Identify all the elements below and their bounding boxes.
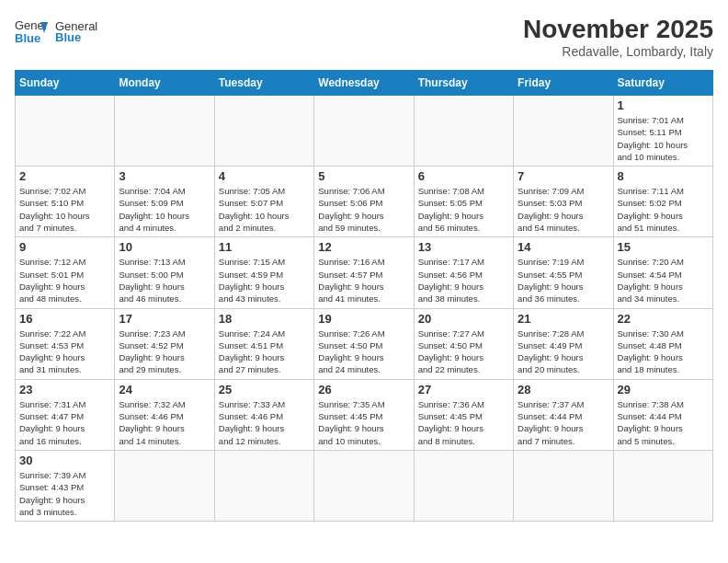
day-info: Sunrise: 7:09 AM Sunset: 5:03 PM Dayligh… <box>518 185 609 234</box>
day-number: 30 <box>19 454 110 467</box>
day-info: Sunrise: 7:13 AM Sunset: 5:00 PM Dayligh… <box>119 256 210 304</box>
calendar-day-cell: 25Sunrise: 7:33 AM Sunset: 4:46 PM Dayli… <box>214 379 313 450</box>
day-number: 11 <box>219 240 310 254</box>
day-number: 23 <box>19 383 110 396</box>
day-info: Sunrise: 7:12 AM Sunset: 5:01 PM Dayligh… <box>19 256 110 304</box>
calendar-day-cell: 15Sunrise: 7:20 AM Sunset: 4:54 PM Dayli… <box>613 237 712 308</box>
day-info: Sunrise: 7:11 AM Sunset: 5:02 PM Dayligh… <box>618 185 709 234</box>
day-info: Sunrise: 7:32 AM Sunset: 4:46 PM Dayligh… <box>119 398 210 447</box>
calendar: SundayMondayTuesdayWednesdayThursdayFrid… <box>15 70 713 522</box>
weekday-header: Saturday <box>613 71 712 96</box>
calendar-day-cell: 28Sunrise: 7:37 AM Sunset: 4:44 PM Dayli… <box>514 379 613 450</box>
calendar-day-cell: 5Sunrise: 7:06 AM Sunset: 5:06 PM Daylig… <box>314 167 414 237</box>
calendar-day-cell <box>514 450 613 521</box>
calendar-week-row: 9Sunrise: 7:12 AM Sunset: 5:01 PM Daylig… <box>16 237 713 308</box>
calendar-day-cell: 11Sunrise: 7:15 AM Sunset: 4:59 PM Dayli… <box>214 237 313 308</box>
day-number: 6 <box>418 169 509 183</box>
calendar-day-cell <box>314 450 414 521</box>
day-number: 10 <box>119 240 210 254</box>
month-title: November 2025 <box>523 15 713 44</box>
weekday-header-row: SundayMondayTuesdayWednesdayThursdayFrid… <box>16 71 713 96</box>
calendar-day-cell <box>414 96 513 167</box>
day-info: Sunrise: 7:27 AM Sunset: 4:50 PM Dayligh… <box>418 327 509 376</box>
day-info: Sunrise: 7:39 AM Sunset: 4:43 PM Dayligh… <box>19 469 110 518</box>
day-number: 9 <box>19 240 110 254</box>
calendar-day-cell: 18Sunrise: 7:24 AM Sunset: 4:51 PM Dayli… <box>214 308 313 379</box>
day-info: Sunrise: 7:08 AM Sunset: 5:05 PM Dayligh… <box>418 185 509 234</box>
calendar-day-cell <box>214 96 313 167</box>
logo-icon: General Blue <box>15 15 48 48</box>
day-info: Sunrise: 7:17 AM Sunset: 4:56 PM Dayligh… <box>418 256 509 304</box>
calendar-day-cell: 23Sunrise: 7:31 AM Sunset: 4:47 PM Dayli… <box>16 379 115 450</box>
calendar-day-cell: 16Sunrise: 7:22 AM Sunset: 4:53 PM Dayli… <box>16 308 115 379</box>
day-number: 4 <box>219 169 310 183</box>
calendar-day-cell: 8Sunrise: 7:11 AM Sunset: 5:02 PM Daylig… <box>613 167 712 237</box>
calendar-day-cell <box>115 450 214 521</box>
calendar-day-cell: 27Sunrise: 7:36 AM Sunset: 4:45 PM Dayli… <box>414 379 513 450</box>
weekday-header: Thursday <box>414 71 513 96</box>
calendar-day-cell: 13Sunrise: 7:17 AM Sunset: 4:56 PM Dayli… <box>414 237 513 308</box>
weekday-header: Monday <box>115 71 214 96</box>
calendar-week-row: 23Sunrise: 7:31 AM Sunset: 4:47 PM Dayli… <box>16 379 713 450</box>
day-number: 28 <box>518 383 609 396</box>
day-info: Sunrise: 7:01 AM Sunset: 5:11 PM Dayligh… <box>618 114 709 163</box>
day-info: Sunrise: 7:24 AM Sunset: 4:51 PM Dayligh… <box>219 327 310 376</box>
day-info: Sunrise: 7:19 AM Sunset: 4:55 PM Dayligh… <box>518 256 609 304</box>
svg-text:Blue: Blue <box>15 31 40 45</box>
calendar-day-cell <box>613 450 712 521</box>
day-info: Sunrise: 7:35 AM Sunset: 4:45 PM Dayligh… <box>318 398 409 447</box>
weekday-header: Tuesday <box>214 71 313 96</box>
calendar-day-cell: 21Sunrise: 7:28 AM Sunset: 4:49 PM Dayli… <box>514 308 613 379</box>
day-number: 29 <box>618 383 709 396</box>
day-number: 7 <box>518 169 609 183</box>
calendar-day-cell <box>214 450 313 521</box>
calendar-week-row: 1Sunrise: 7:01 AM Sunset: 5:11 PM Daylig… <box>16 96 713 167</box>
calendar-week-row: 16Sunrise: 7:22 AM Sunset: 4:53 PM Dayli… <box>16 308 713 379</box>
day-info: Sunrise: 7:23 AM Sunset: 4:52 PM Dayligh… <box>119 327 210 376</box>
day-info: Sunrise: 7:37 AM Sunset: 4:44 PM Dayligh… <box>518 398 609 447</box>
day-number: 15 <box>618 240 709 254</box>
day-number: 24 <box>119 383 210 396</box>
calendar-day-cell: 29Sunrise: 7:38 AM Sunset: 4:44 PM Dayli… <box>613 379 712 450</box>
day-info: Sunrise: 7:06 AM Sunset: 5:06 PM Dayligh… <box>318 185 409 234</box>
calendar-week-row: 30Sunrise: 7:39 AM Sunset: 4:43 PM Dayli… <box>16 450 713 521</box>
day-info: Sunrise: 7:28 AM Sunset: 4:49 PM Dayligh… <box>518 327 609 376</box>
calendar-day-cell: 24Sunrise: 7:32 AM Sunset: 4:46 PM Dayli… <box>115 379 214 450</box>
day-number: 2 <box>19 169 110 183</box>
calendar-day-cell <box>314 96 414 167</box>
calendar-day-cell: 14Sunrise: 7:19 AM Sunset: 4:55 PM Dayli… <box>514 237 613 308</box>
day-number: 26 <box>318 383 409 396</box>
calendar-day-cell: 9Sunrise: 7:12 AM Sunset: 5:01 PM Daylig… <box>16 237 115 308</box>
calendar-body: 1Sunrise: 7:01 AM Sunset: 5:11 PM Daylig… <box>16 96 713 522</box>
day-number: 1 <box>618 98 709 112</box>
day-number: 25 <box>219 383 310 396</box>
location-title: Redavalle, Lombardy, Italy <box>523 44 713 59</box>
calendar-day-cell <box>414 450 513 521</box>
day-number: 5 <box>318 169 409 183</box>
calendar-day-cell: 10Sunrise: 7:13 AM Sunset: 5:00 PM Dayli… <box>115 237 214 308</box>
day-number: 3 <box>119 169 210 183</box>
day-info: Sunrise: 7:30 AM Sunset: 4:48 PM Dayligh… <box>618 327 709 376</box>
day-number: 19 <box>318 312 409 326</box>
day-info: Sunrise: 7:05 AM Sunset: 5:07 PM Dayligh… <box>219 185 310 234</box>
calendar-day-cell: 4Sunrise: 7:05 AM Sunset: 5:07 PM Daylig… <box>214 167 313 237</box>
page-header: General Blue General Blue November 2025 … <box>15 15 713 59</box>
weekday-header: Sunday <box>16 71 115 96</box>
calendar-day-cell <box>115 96 214 167</box>
day-number: 17 <box>119 312 210 326</box>
calendar-week-row: 2Sunrise: 7:02 AM Sunset: 5:10 PM Daylig… <box>16 167 713 237</box>
calendar-day-cell: 6Sunrise: 7:08 AM Sunset: 5:05 PM Daylig… <box>414 167 513 237</box>
day-number: 8 <box>618 169 709 183</box>
logo: General Blue General Blue <box>15 15 97 48</box>
day-info: Sunrise: 7:26 AM Sunset: 4:50 PM Dayligh… <box>318 327 409 376</box>
calendar-day-cell <box>16 96 115 167</box>
day-info: Sunrise: 7:31 AM Sunset: 4:47 PM Dayligh… <box>19 398 110 447</box>
day-info: Sunrise: 7:02 AM Sunset: 5:10 PM Dayligh… <box>19 185 110 234</box>
calendar-day-cell: 1Sunrise: 7:01 AM Sunset: 5:11 PM Daylig… <box>613 96 712 167</box>
calendar-day-cell <box>514 96 613 167</box>
calendar-day-cell: 12Sunrise: 7:16 AM Sunset: 4:57 PM Dayli… <box>314 237 414 308</box>
calendar-day-cell: 2Sunrise: 7:02 AM Sunset: 5:10 PM Daylig… <box>16 167 115 237</box>
day-number: 13 <box>418 240 509 254</box>
calendar-day-cell: 3Sunrise: 7:04 AM Sunset: 5:09 PM Daylig… <box>115 167 214 237</box>
day-number: 20 <box>418 312 509 326</box>
